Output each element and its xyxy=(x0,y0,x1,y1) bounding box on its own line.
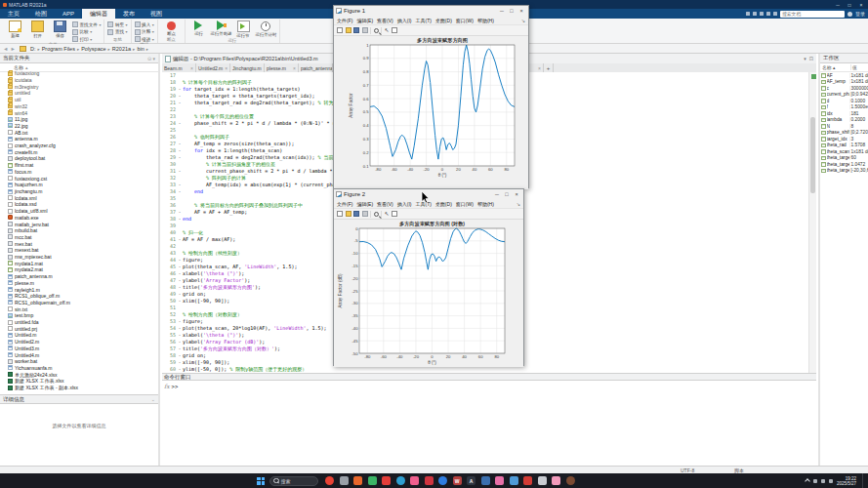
ribbon-small-button[interactable]: 注释▾ xyxy=(135,29,154,35)
file-item[interactable]: huajuzhen.m xyxy=(0,182,158,188)
taskbar-clock[interactable]: 19:22 2025/5/27 xyxy=(837,476,856,486)
qat-cut-icon[interactable] xyxy=(753,12,757,16)
editor-tab-beam-m[interactable]: Beam.m× xyxy=(162,63,196,72)
workspace-variable[interactable]: lambda0.2000 xyxy=(820,117,868,124)
file-item[interactable]: Untitled3.m xyxy=(0,346,158,352)
file-item[interactable]: mydata2.mat xyxy=(0,266,158,273)
file-item[interactable]: test.bmp xyxy=(0,312,158,319)
figure2-window[interactable]: Figure 2 ─ □ × 文件(F)编辑(E)查看(V)插入(I)工具(T)… xyxy=(333,188,524,366)
taskbar-app-icon-9[interactable] xyxy=(438,476,447,485)
file-item[interactable]: matlab_jenv.bat xyxy=(0,221,158,227)
menu-item-7[interactable]: 帮助(H) xyxy=(477,201,494,207)
folder-item[interactable]: win32 xyxy=(0,103,158,110)
taskbar-app-icon-17[interactable] xyxy=(552,476,560,485)
menu-item-7[interactable]: 帮助(H) xyxy=(477,18,494,23)
file-item[interactable]: Untitled4.m xyxy=(0,351,158,358)
file-item[interactable]: antenna.m xyxy=(0,136,158,142)
save-icon[interactable] xyxy=(353,211,359,217)
taskbar-app-icon-1[interactable] xyxy=(325,476,334,485)
taskbar-app-icon-12[interactable] xyxy=(481,476,490,485)
breadcrumb-segment[interactable]: bin xyxy=(136,46,145,52)
signin-link[interactable]: 登录 xyxy=(855,11,865,17)
close-icon[interactable]: × xyxy=(536,65,541,71)
taskbar-app-icon-18[interactable] xyxy=(566,476,575,485)
zoom-icon[interactable] xyxy=(374,212,379,217)
user-profile-icon[interactable] xyxy=(847,12,852,17)
scrollbar-thumb[interactable] xyxy=(810,117,815,193)
ribbon-button-run-advance[interactable]: 运行并前进 xyxy=(211,20,231,36)
print-icon[interactable] xyxy=(362,27,368,33)
file-item[interactable]: Untitled2.m xyxy=(0,339,158,346)
menu-item-4[interactable]: 工具(T) xyxy=(415,18,431,23)
network-icon[interactable] xyxy=(813,479,817,483)
new-icon[interactable] xyxy=(337,27,343,33)
panel-menu-icon[interactable]: ⊙ ▾ xyxy=(147,56,155,61)
menu-item-6[interactable]: 窗口(W) xyxy=(456,201,474,207)
ribbon-button-new[interactable]: 新建 xyxy=(5,20,25,38)
ribbon-button-run-section[interactable]: 运行节 xyxy=(233,20,254,38)
file-item[interactable]: RCS1_obliquemain_off.m xyxy=(0,300,158,306)
open-icon[interactable] xyxy=(346,27,351,33)
file-item[interactable]: 新建 XLSX 工作表 - 副本.xlsx xyxy=(0,385,158,391)
taskbar-app-icon-10[interactable]: W xyxy=(453,476,462,485)
figure1-window[interactable]: Figure 1 ─ □ × 文件(F)编辑(E)查看(V)插入(I)工具(T)… xyxy=(333,5,529,188)
ribbon-tab-2[interactable]: APP xyxy=(55,9,82,19)
figure1-minimize-button[interactable]: ─ xyxy=(497,7,507,16)
menu-item-3[interactable]: 插入(I) xyxy=(397,18,412,23)
taskbar-app-icon-3[interactable] xyxy=(353,476,362,485)
maximize-button[interactable]: □ xyxy=(846,2,853,8)
ribbon-small-button[interactable]: 查找文件▾ xyxy=(72,21,101,27)
menu-item-1[interactable]: 编辑(E) xyxy=(356,201,373,207)
ribbon-button-breakpoints[interactable]: 断点 xyxy=(161,20,182,36)
file-item[interactable]: 单元激励24x24.xlsx xyxy=(0,371,158,378)
taskbar-app-icon-7[interactable] xyxy=(410,476,419,485)
open-icon[interactable] xyxy=(346,211,351,217)
new-tab-button[interactable]: + xyxy=(544,63,554,72)
taskbar-app-icon-2[interactable] xyxy=(340,476,349,485)
close-button[interactable]: × xyxy=(857,2,865,8)
file-item[interactable]: Untitled.m xyxy=(0,332,158,339)
ribbon-button-run[interactable]: 运行 xyxy=(188,20,209,36)
chevron-down-icon[interactable]: ⌄ xyxy=(151,396,155,402)
workspace-variable[interactable]: AF_temp1x181 double xyxy=(820,79,868,86)
ribbon-tab-1[interactable]: 绘图 xyxy=(27,9,55,19)
taskbar-app-icon-16[interactable] xyxy=(538,476,547,485)
ribbon-small-button[interactable]: 比较▾ xyxy=(72,29,101,35)
menu-item-2[interactable]: 查看(V) xyxy=(377,201,393,207)
editor-scrollbar[interactable] xyxy=(808,72,816,373)
file-item[interactable]: 新建 XLSX 工作表.xlsx xyxy=(0,378,158,385)
folder-item[interactable]: win64 xyxy=(0,109,158,116)
figure2-close-button[interactable]: × xyxy=(512,190,521,199)
zoom-icon[interactable] xyxy=(374,28,379,33)
file-item[interactable]: lcdata_utf8.xml xyxy=(0,208,158,215)
folder-item[interactable]: fuxiaoxiong xyxy=(0,70,158,77)
file-item[interactable]: focus.m xyxy=(0,169,158,176)
save-icon[interactable] xyxy=(353,27,359,33)
close-icon[interactable]: × xyxy=(188,65,193,71)
file-item[interactable]: matlab.exe xyxy=(0,214,158,221)
cloud-icon[interactable] xyxy=(821,479,825,483)
breadcrumb-segment[interactable]: R2021a xyxy=(111,46,132,52)
figure1-close-button[interactable]: × xyxy=(517,7,526,16)
file-item[interactable]: patch_antenna.m xyxy=(0,273,158,280)
doc-search-input[interactable] xyxy=(780,11,845,18)
show-desktop-button[interactable] xyxy=(862,473,865,488)
file-item[interactable]: deploytool.bat xyxy=(0,155,158,162)
file-item[interactable]: ffirst.mat xyxy=(0,162,158,169)
figure2-minimize-button[interactable]: ─ xyxy=(492,190,502,199)
file-item[interactable]: fuxiaoxiong.cst xyxy=(0,175,158,182)
taskbar-app-icon-14[interactable] xyxy=(510,476,518,485)
workspace-variable[interactable]: theta_targets[-20,30,60] xyxy=(820,168,868,175)
workspace-variable[interactable]: theta_target60 xyxy=(820,155,868,162)
file-item[interactable]: plesse.m xyxy=(0,280,158,287)
workspace-variable[interactable]: idx181 xyxy=(820,110,868,117)
folder-item[interactable]: untitled xyxy=(0,90,158,97)
volume-icon[interactable] xyxy=(829,479,833,483)
file-item[interactable]: mexext.bat xyxy=(0,247,158,254)
ribbon-tab-5[interactable]: 视图 xyxy=(143,9,170,19)
grid-icon[interactable] xyxy=(392,27,397,33)
taskbar-search[interactable]: 搜索 xyxy=(269,476,318,486)
file-item[interactable]: mbuild.bat xyxy=(0,227,158,234)
menu-item-6[interactable]: 窗口(W) xyxy=(456,18,474,23)
qat-save-icon[interactable] xyxy=(746,12,750,16)
